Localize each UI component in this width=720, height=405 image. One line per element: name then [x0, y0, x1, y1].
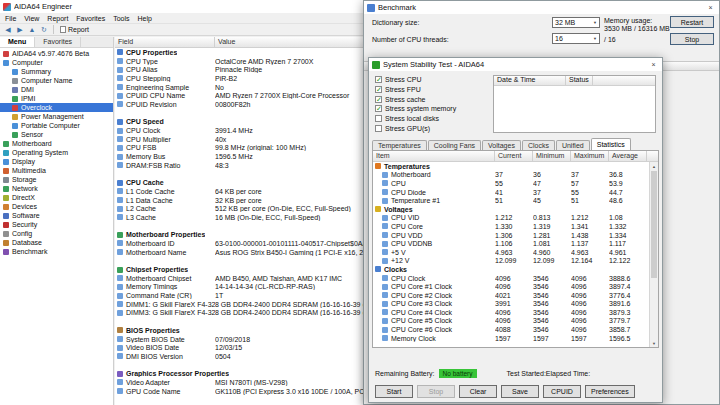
log-datetime-header[interactable]: Date & Time	[494, 76, 566, 85]
statistics-row[interactable]: Voltages	[373, 205, 649, 214]
sidebar-tree-item[interactable]: Storage	[0, 175, 113, 184]
statistics-row[interactable]: CPU Core #6 Clock 4088 3546 4096 3858.7	[373, 325, 649, 334]
stats-current-header[interactable]: Current	[495, 151, 533, 161]
stability-tab[interactable]: Unified	[556, 140, 590, 150]
scroll-up-icon[interactable]: ▲	[650, 162, 658, 170]
statistics-row[interactable]: CPU VID 1.212 0.813 1.212 1.08	[373, 214, 649, 223]
benchmark-titlebar[interactable]: Benchmark ×	[364, 1, 719, 14]
stress-option[interactable]: Stress cache	[375, 94, 489, 104]
sidebar-tree-item[interactable]: Display	[0, 157, 113, 166]
up-icon[interactable]: ▲	[26, 26, 38, 33]
stress-option[interactable]: Stress CPU	[375, 75, 489, 85]
benchmark-stop-button[interactable]: Stop	[670, 33, 714, 45]
back-icon[interactable]: ◀	[2, 26, 14, 34]
stability-action-button[interactable]: Save	[501, 385, 539, 398]
statistics-row[interactable]: CPU VDD 1.306 1.281 1.438 1.334	[373, 231, 649, 240]
statistics-row[interactable]: Temperatures	[373, 162, 649, 171]
stability-action-button[interactable]: Stop	[417, 385, 455, 398]
stats-minimum-header[interactable]: Minimum	[533, 151, 571, 161]
restart-button[interactable]: Restart	[670, 16, 714, 28]
stability-tab[interactable]: Cooling Fans	[428, 140, 481, 150]
statistics-row[interactable]: CPU Core #3 Clock 3991 3546 4096 3891.6	[373, 300, 649, 309]
statistics-row[interactable]: CPU VDDNB 1.106 1.081 1.137 1.117	[373, 239, 649, 248]
sidebar-tab[interactable]: Favorites	[35, 37, 81, 47]
sidebar-tree-item[interactable]: Computer Name	[0, 76, 113, 85]
checkbox-icon[interactable]	[375, 105, 382, 112]
checkbox-icon[interactable]	[375, 86, 382, 93]
stability-titlebar[interactable]: System Stability Test - AIDA64 ×	[369, 58, 662, 71]
stability-action-button[interactable]: Clear	[459, 385, 497, 398]
dictionary-size-select[interactable]: 32 MB ▼	[552, 17, 600, 28]
stats-scrollbar[interactable]: ▲ ▼	[649, 162, 658, 347]
statistics-row[interactable]: CPU Clock 4096 3546 4096 3888.6	[373, 274, 649, 283]
sidebar-tree-item[interactable]: Database	[0, 238, 113, 247]
stress-option[interactable]: Stress GPU(s)	[375, 123, 489, 133]
sidebar-tree-item[interactable]: DirectX	[0, 193, 113, 202]
stability-action-button[interactable]: Start	[375, 385, 413, 398]
stability-tab[interactable]: Temperatures	[372, 140, 427, 150]
sidebar-tree-item[interactable]: Operating System	[0, 148, 113, 157]
menu-item[interactable]: File	[1, 15, 20, 22]
statistics-row[interactable]: Clocks	[373, 265, 649, 274]
sidebar-tree-item[interactable]: DMI	[0, 85, 113, 94]
sidebar-tree-item[interactable]: AIDA64 v5.97.4676 Beta	[0, 49, 113, 58]
stress-option[interactable]: Stress FPU	[375, 85, 489, 95]
statistics-row[interactable]: CPU Core #2 Clock 4021 3546 4096 3776.4	[373, 291, 649, 300]
sidebar-tree-item[interactable]: Network	[0, 184, 113, 193]
benchmark-close-button[interactable]: ×	[702, 1, 719, 14]
statistics-row[interactable]: +5 V 4.963 4.960 4.963 4.961	[373, 248, 649, 257]
statistics-row[interactable]: CPU Core #1 Clock 4096 3546 4096 3897.4	[373, 282, 649, 291]
stress-option[interactable]: Stress local disks	[375, 114, 489, 124]
sidebar-tree-item[interactable]: IPMI	[0, 94, 113, 103]
stats-maximum-header[interactable]: Maximum	[571, 151, 609, 161]
sidebar-tree-item[interactable]: Power Management	[0, 112, 113, 121]
scrollbar-thumb[interactable]	[651, 171, 657, 278]
statistics-row[interactable]: CPU 55 47 57 53.9	[373, 179, 649, 188]
statistics-row[interactable]: CPU Core #5 Clock 4096 3546 4096 3779.7	[373, 317, 649, 326]
stats-average-header[interactable]: Average	[609, 151, 647, 161]
stability-tab[interactable]: Statistics	[591, 138, 631, 150]
sidebar-tree-item[interactable]: Portable Computer	[0, 121, 113, 130]
sidebar-tree-item[interactable]: Overclock	[0, 103, 113, 112]
stability-tab[interactable]: Voltages	[482, 140, 521, 150]
statistics-row[interactable]: +12 V 12.099 12.099 12.164 12.122	[373, 257, 649, 266]
statistics-row[interactable]: Motherboard 37 36 37 36.8	[373, 171, 649, 180]
checkbox-icon[interactable]	[375, 76, 382, 83]
stability-tab[interactable]: Clocks	[522, 140, 555, 150]
sidebar-tree-item[interactable]: Devices	[0, 202, 113, 211]
sidebar-tree-item[interactable]: Motherboard	[0, 139, 113, 148]
sidebar-tree-item[interactable]: Sensor	[0, 130, 113, 139]
statistics-row[interactable]: CPU Core #4 Clock 4096 3546 4096 3879.3	[373, 308, 649, 317]
sidebar-tree-item[interactable]: Security	[0, 220, 113, 229]
stability-action-button[interactable]: Preferences	[585, 385, 635, 398]
checkbox-icon[interactable]	[375, 125, 382, 132]
statistics-row[interactable]: Temperature #1 51 45 51 48.6	[373, 196, 649, 205]
log-status-header[interactable]: Status	[566, 76, 593, 85]
stress-option[interactable]: Stress system memory	[375, 104, 489, 114]
menu-item[interactable]: Help	[133, 15, 155, 22]
sidebar-tab[interactable]: Menu	[0, 37, 35, 47]
statistics-row[interactable]: CPU Core 1.330 1.319 1.341 1.332	[373, 222, 649, 231]
sidebar-tree-item[interactable]: Config	[0, 229, 113, 238]
sidebar-tree-item[interactable]: Summary	[0, 67, 113, 76]
stability-close-button[interactable]: ×	[645, 58, 662, 71]
cpu-threads-select[interactable]: 16 ▼	[552, 33, 600, 44]
menu-item[interactable]: Report	[43, 15, 72, 22]
forward-icon[interactable]: ▶	[14, 26, 26, 34]
field-column-header[interactable]: Field	[115, 37, 215, 47]
menu-item[interactable]: View	[20, 15, 43, 22]
menu-item[interactable]: Tools	[109, 15, 133, 22]
statistics-row[interactable]: Memory Clock 1597 1597 1597 1596.5	[373, 334, 649, 343]
stats-item-header[interactable]: Item	[373, 151, 495, 161]
sidebar-tree-item[interactable]: Benchmark	[0, 247, 113, 256]
menu-item[interactable]: Favorites	[72, 15, 109, 22]
checkbox-icon[interactable]	[375, 115, 382, 122]
scroll-down-icon[interactable]: ▼	[650, 339, 658, 347]
refresh-icon[interactable]: ↻	[38, 26, 50, 34]
statistics-row[interactable]: CPU Diode 41 37 55 44.7	[373, 188, 649, 197]
report-button[interactable]: Report	[57, 26, 92, 33]
sidebar-tree-item[interactable]: Software	[0, 211, 113, 220]
sidebar-tree-item[interactable]: Computer	[0, 58, 113, 67]
stability-action-button[interactable]: CPUID	[543, 385, 581, 398]
checkbox-icon[interactable]	[375, 96, 382, 103]
